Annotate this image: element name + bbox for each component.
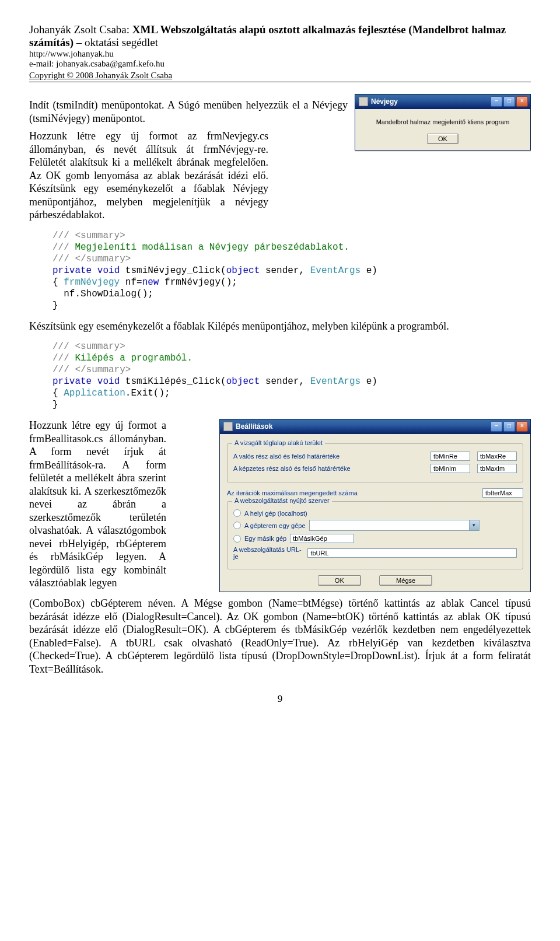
radio-label: Egy másik gép <box>244 535 286 542</box>
code-text: nf= <box>120 277 142 288</box>
kw: new <box>142 277 159 288</box>
code-block-2: /// <summary> /// Kilépés a programból. … <box>52 341 531 411</box>
tbmasikgep-input[interactable] <box>290 534 354 543</box>
close-icon[interactable]: × <box>516 96 528 107</box>
app-icon <box>359 97 368 106</box>
nevjegy-message: Mandelbrot halmaz megjelenítő kliens pro… <box>362 118 523 125</box>
code-text: tsmiKilépés_Click( <box>120 376 226 387</box>
cancel-button[interactable]: Mégse <box>379 575 432 586</box>
ok-button[interactable]: OK <box>318 575 361 586</box>
code-comment: /// </summary> <box>52 254 131 264</box>
tbitermax-input[interactable] <box>482 488 523 498</box>
chevron-down-icon[interactable]: ▾ <box>469 520 479 530</box>
code-comment: /// <box>52 353 69 363</box>
code-text: nf.ShowDialog(); <box>52 289 153 299</box>
code-text: { <box>52 277 64 288</box>
tbminim-input[interactable] <box>430 464 470 473</box>
radio-label: A gépterem egy gépe <box>244 522 306 529</box>
maximize-icon[interactable]: □ <box>503 421 515 432</box>
section-beallitasok: Beállítások – □ × A vizsgált téglalap al… <box>29 419 531 592</box>
code-block-1: /// <summary> /// Megjeleníti modálisan … <box>52 230 531 312</box>
group-szerver: A webszolgáltatást nyújtó szerver A hely… <box>227 501 523 569</box>
header-url: http://www.johanyak.hu <box>29 49 531 59</box>
cbgepterem-combo[interactable]: ▾ <box>309 520 480 531</box>
rb-masikgep[interactable]: Egy másik gép <box>233 534 517 543</box>
close-icon[interactable]: × <box>516 421 528 432</box>
nevjegy-title: Névjegy <box>371 97 398 106</box>
group-teglalap: A vizsgált téglalap alakú terület A való… <box>227 443 523 482</box>
rb-localhost[interactable]: A helyi gép (localhost) <box>233 509 517 517</box>
type: Application <box>64 388 125 398</box>
para-3a: Hozzunk létre egy új formot a frmBeallit… <box>29 419 166 590</box>
row-itermax: Az iterációk maximálisan megengedett szá… <box>227 488 523 498</box>
nevjegy-titlebar[interactable]: Névjegy – □ × <box>355 95 530 109</box>
code-comment: /// <summary> <box>52 341 125 352</box>
code-text: sender, <box>260 376 310 387</box>
document-header: Johanyák Zsolt Csaba: XML Webszolgáltatá… <box>29 23 531 82</box>
code-text: e) <box>360 265 377 276</box>
type: EventArgs <box>310 265 360 276</box>
button-row: OK Mégse <box>227 575 523 586</box>
row-imag: A képzetes rész alsó és felső határérték… <box>233 464 517 473</box>
tbminre-input[interactable] <box>430 452 470 461</box>
code-comment: /// </summary> <box>52 365 131 375</box>
minimize-icon[interactable]: – <box>491 421 502 432</box>
code-comment: Kilépés a programból. <box>69 353 192 363</box>
ok-button[interactable]: OK <box>427 134 459 144</box>
code-text: e) <box>360 376 377 387</box>
row-real: A valós rész alsó és felső határértéke <box>233 452 517 461</box>
group-title: A webszolgáltatást nyújtó szerver <box>232 497 332 504</box>
radio-icon[interactable] <box>233 522 241 529</box>
code-comment: Megjeleníti modálisan a Névjegy párbeszé… <box>69 242 349 253</box>
page-number: 9 <box>29 693 531 705</box>
tbmaxre-input[interactable] <box>477 452 517 461</box>
maximize-icon[interactable]: □ <box>503 96 515 107</box>
title-rest: – oktatási segédlet <box>76 36 158 48</box>
code-text: frmNévjegy(); <box>159 277 237 288</box>
label: Az iterációk maximálisan megengedett szá… <box>227 489 482 496</box>
radio-icon[interactable] <box>233 509 241 517</box>
type: EventArgs <box>310 376 360 387</box>
app-icon <box>223 422 233 431</box>
header-copyright: Copyright © 2008 Johanyák Zsolt Csaba <box>29 71 531 82</box>
type: frmNévjegy <box>64 277 120 288</box>
kw: private <box>52 265 92 276</box>
beallitasok-window: Beállítások – □ × A vizsgált téglalap al… <box>219 419 531 592</box>
label: A valós rész alsó és felső határértéke <box>233 453 427 460</box>
header-email: e-mail: johanyak.csaba@gamf.kefo.hu <box>29 59 531 69</box>
code-text: } <box>52 400 58 410</box>
beallitasok-titlebar[interactable]: Beállítások – □ × <box>220 419 530 434</box>
kw: object <box>226 376 260 387</box>
para-3b: (ComboBox) cbGépterem néven. A Mégse gom… <box>29 597 531 676</box>
para-1b: Hozzunk létre egy új formot az frmNevjeg… <box>29 130 268 222</box>
kw: void <box>97 265 120 276</box>
section-nevjegy: Névjegy – □ × Mandelbrot halmaz megjelen… <box>29 94 531 222</box>
label: A képzetes rész alsó és felső határérték… <box>233 465 427 472</box>
tburl-input[interactable] <box>307 548 517 558</box>
nevjegy-body: Mandelbrot halmaz megjelenítő kliens pro… <box>355 109 530 150</box>
code-comment: /// <box>52 242 69 253</box>
minimize-icon[interactable]: – <box>491 96 502 107</box>
author-name: Johanyák Zsolt Csaba: <box>29 23 132 36</box>
kw: private <box>52 376 92 387</box>
radio-label: A helyi gép (localhost) <box>244 510 307 517</box>
radio-icon[interactable] <box>233 535 241 543</box>
code-text: sender, <box>260 265 310 276</box>
beallitasok-title: Beállítások <box>236 422 272 431</box>
code-text: .Exit(); <box>125 388 170 398</box>
kw: object <box>226 265 260 276</box>
code-text: { <box>52 388 64 398</box>
beallitasok-body: A vizsgált téglalap alakú terület A való… <box>220 434 530 592</box>
code-text: tsmiNévjegy_Click( <box>120 265 226 276</box>
kw: void <box>97 376 120 387</box>
title-line: Johanyák Zsolt Csaba: XML Webszolgáltatá… <box>29 23 531 49</box>
para-2: Készítsünk egy eseménykezelőt a főablak … <box>29 320 531 333</box>
nevjegy-window: Névjegy – □ × Mandelbrot halmaz megjelen… <box>355 94 531 151</box>
rb-gepterem[interactable]: A gépterem egy gépe ▾ <box>233 520 517 531</box>
code-comment: /// <summary> <box>52 230 125 241</box>
label: A webszolgáltatás URL-je <box>233 546 304 560</box>
code-text: } <box>52 300 58 311</box>
row-url: A webszolgáltatás URL-je <box>233 546 517 560</box>
group-title: A vizsgált téglalap alakú terület <box>232 439 325 446</box>
tbmaxim-input[interactable] <box>477 464 517 473</box>
